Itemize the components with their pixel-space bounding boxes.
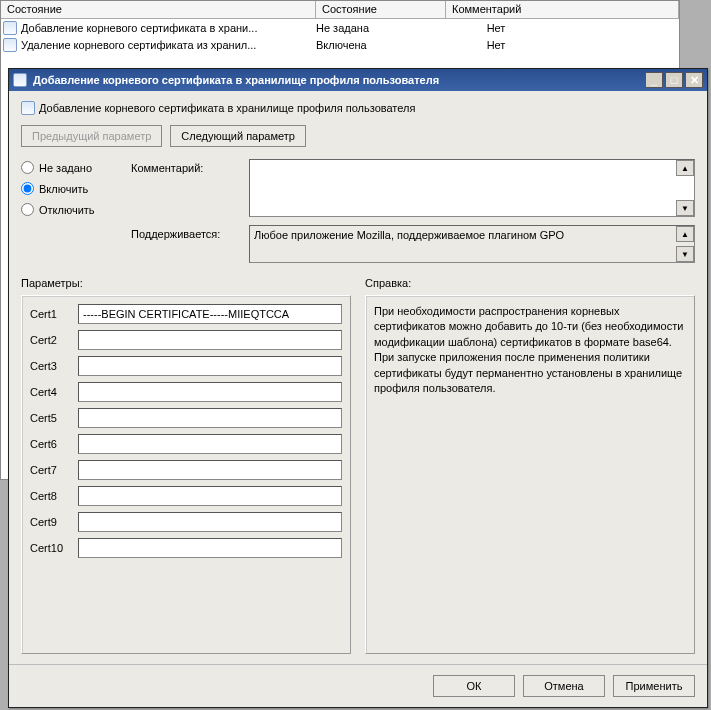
dialog-button-row: ОК Отмена Применить	[9, 664, 707, 707]
row-name: Добавление корневого сертификата в храни…	[21, 22, 316, 34]
radio-label: Не задано	[39, 162, 92, 174]
scroll-up-icon[interactable]: ▲	[676, 226, 694, 242]
cert-label: Cert9	[30, 516, 72, 528]
params-panel: Cert1Cert2Cert3Cert4Cert5Cert6Cert7Cert8…	[21, 295, 351, 654]
app-icon	[13, 73, 27, 87]
cert-label: Cert4	[30, 386, 72, 398]
maximize-button[interactable]: □	[665, 72, 683, 88]
close-button[interactable]: ✕	[685, 72, 703, 88]
supported-label: Поддерживается:	[131, 225, 241, 240]
titlebar[interactable]: Добавление корневого сертификата в храни…	[9, 69, 707, 91]
supported-text: Любое приложение Mozilla, поддерживаемое…	[249, 225, 695, 263]
cert-label: Cert10	[30, 542, 72, 554]
table-row[interactable]: Добавление корневого сертификата в храни…	[1, 19, 679, 36]
cert-row: Cert3	[30, 356, 342, 376]
scroll-up-icon[interactable]: ▲	[676, 160, 694, 176]
cert-input-10[interactable]	[78, 538, 342, 558]
params-label: Параметры:	[21, 277, 351, 289]
window-title: Добавление корневого сертификата в храни…	[33, 74, 645, 86]
help-text: При необходимости распространения корнев…	[366, 296, 694, 653]
cert-label: Cert2	[30, 334, 72, 346]
radio-not-set-input[interactable]	[21, 161, 34, 174]
cert-input-6[interactable]	[78, 434, 342, 454]
cert-list[interactable]: Cert1Cert2Cert3Cert4Cert5Cert6Cert7Cert8…	[22, 296, 350, 653]
cert-input-7[interactable]	[78, 460, 342, 480]
col-comment[interactable]: Комментарий	[446, 1, 679, 18]
radio-enable[interactable]: Включить	[21, 182, 121, 195]
cert-row: Cert8	[30, 486, 342, 506]
comment-label: Комментарий:	[131, 159, 241, 174]
cert-label: Cert1	[30, 308, 72, 320]
cert-input-9[interactable]	[78, 512, 342, 532]
apply-button[interactable]: Применить	[613, 675, 695, 697]
supported-value: Любое приложение Mozilla, поддерживаемое…	[254, 229, 564, 241]
policy-dialog: Добавление корневого сертификата в храни…	[8, 68, 708, 708]
minimize-button[interactable]: _	[645, 72, 663, 88]
radio-disable-input[interactable]	[21, 203, 34, 216]
cert-row: Cert4	[30, 382, 342, 402]
scroll-down-icon[interactable]: ▼	[676, 200, 694, 216]
cert-label: Cert3	[30, 360, 72, 372]
help-label: Справка:	[365, 277, 695, 289]
ok-button[interactable]: ОК	[433, 675, 515, 697]
col-state1[interactable]: Состояние	[1, 1, 316, 18]
policy-icon	[3, 38, 17, 52]
cert-row: Cert9	[30, 512, 342, 532]
col-state2[interactable]: Состояние	[316, 1, 446, 18]
help-panel: При необходимости распространения корнев…	[365, 295, 695, 654]
next-param-button[interactable]: Следующий параметр	[170, 125, 306, 147]
row-comment: Нет	[446, 39, 546, 51]
cert-input-3[interactable]	[78, 356, 342, 376]
radio-label: Включить	[39, 183, 88, 195]
state-radio-group: Не задано Включить Отключить	[21, 159, 121, 224]
cert-row: Cert1	[30, 304, 342, 324]
table-row[interactable]: Удаление корневого сертификата из хранил…	[1, 36, 679, 53]
cert-input-1[interactable]	[78, 304, 342, 324]
cert-label: Cert6	[30, 438, 72, 450]
cert-row: Cert6	[30, 434, 342, 454]
radio-label: Отключить	[39, 204, 95, 216]
cancel-button[interactable]: Отмена	[523, 675, 605, 697]
cert-input-5[interactable]	[78, 408, 342, 428]
cert-row: Cert5	[30, 408, 342, 428]
cert-row: Cert2	[30, 330, 342, 350]
policy-icon	[21, 101, 35, 115]
comment-textarea[interactable]: ▲ ▼	[249, 159, 695, 217]
prev-param-button: Предыдущий параметр	[21, 125, 162, 147]
row-state: Включена	[316, 39, 446, 51]
policy-icon	[3, 21, 17, 35]
row-comment: Нет	[446, 22, 546, 34]
radio-enable-input[interactable]	[21, 182, 34, 195]
dialog-subtitle: Добавление корневого сертификата в храни…	[39, 102, 415, 114]
cert-row: Cert7	[30, 460, 342, 480]
cert-label: Cert5	[30, 412, 72, 424]
cert-row: Cert10	[30, 538, 342, 558]
cert-label: Cert8	[30, 490, 72, 502]
cert-input-8[interactable]	[78, 486, 342, 506]
row-name: Удаление корневого сертификата из хранил…	[21, 39, 316, 51]
cert-label: Cert7	[30, 464, 72, 476]
scroll-down-icon[interactable]: ▼	[676, 246, 694, 262]
row-state: Не задана	[316, 22, 446, 34]
table-header: Состояние Состояние Комментарий	[1, 1, 679, 19]
cert-input-2[interactable]	[78, 330, 342, 350]
radio-not-set[interactable]: Не задано	[21, 161, 121, 174]
cert-input-4[interactable]	[78, 382, 342, 402]
radio-disable[interactable]: Отключить	[21, 203, 121, 216]
